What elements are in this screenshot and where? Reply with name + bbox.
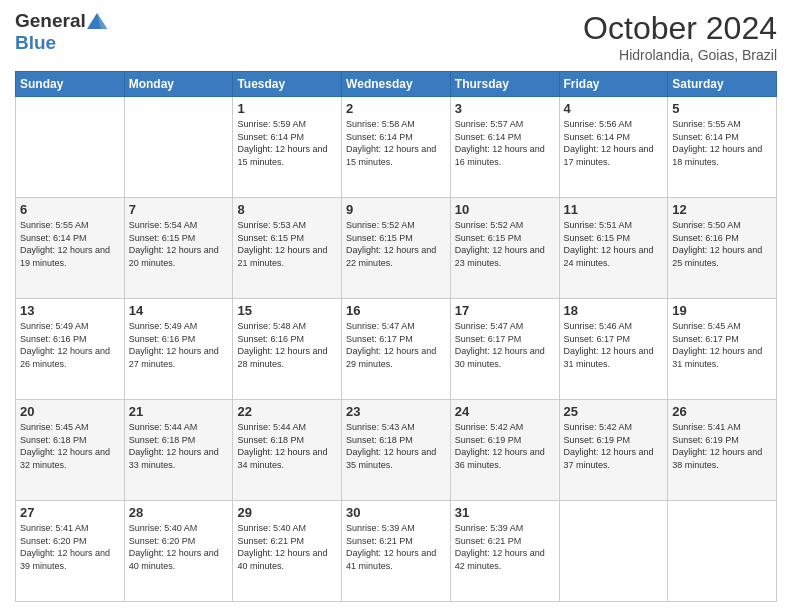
- day-info: Sunrise: 5:50 AM Sunset: 6:16 PM Dayligh…: [672, 219, 772, 269]
- day-number: 30: [346, 505, 446, 520]
- day-number: 7: [129, 202, 229, 217]
- calendar-cell: 4Sunrise: 5:56 AM Sunset: 6:14 PM Daylig…: [559, 97, 668, 198]
- page: General Blue October 2024 Hidrolandia, G…: [0, 0, 792, 612]
- week-row-1: 6Sunrise: 5:55 AM Sunset: 6:14 PM Daylig…: [16, 198, 777, 299]
- logo-bird-icon: [87, 13, 107, 29]
- day-info: Sunrise: 5:52 AM Sunset: 6:15 PM Dayligh…: [455, 219, 555, 269]
- day-info: Sunrise: 5:41 AM Sunset: 6:19 PM Dayligh…: [672, 421, 772, 471]
- day-info: Sunrise: 5:54 AM Sunset: 6:15 PM Dayligh…: [129, 219, 229, 269]
- day-info: Sunrise: 5:49 AM Sunset: 6:16 PM Dayligh…: [129, 320, 229, 370]
- day-number: 4: [564, 101, 664, 116]
- calendar-cell: [16, 97, 125, 198]
- month-title: October 2024: [583, 10, 777, 47]
- calendar-cell: [124, 97, 233, 198]
- day-number: 28: [129, 505, 229, 520]
- day-info: Sunrise: 5:53 AM Sunset: 6:15 PM Dayligh…: [237, 219, 337, 269]
- logo-line1: General: [15, 10, 107, 32]
- day-info: Sunrise: 5:58 AM Sunset: 6:14 PM Dayligh…: [346, 118, 446, 168]
- week-row-0: 1Sunrise: 5:59 AM Sunset: 6:14 PM Daylig…: [16, 97, 777, 198]
- calendar-cell: 5Sunrise: 5:55 AM Sunset: 6:14 PM Daylig…: [668, 97, 777, 198]
- calendar-cell: 19Sunrise: 5:45 AM Sunset: 6:17 PM Dayli…: [668, 299, 777, 400]
- calendar-cell: 15Sunrise: 5:48 AM Sunset: 6:16 PM Dayli…: [233, 299, 342, 400]
- day-number: 1: [237, 101, 337, 116]
- day-info: Sunrise: 5:43 AM Sunset: 6:18 PM Dayligh…: [346, 421, 446, 471]
- day-header-monday: Monday: [124, 72, 233, 97]
- day-number: 22: [237, 404, 337, 419]
- week-row-4: 27Sunrise: 5:41 AM Sunset: 6:20 PM Dayli…: [16, 501, 777, 602]
- day-info: Sunrise: 5:55 AM Sunset: 6:14 PM Dayligh…: [20, 219, 120, 269]
- day-info: Sunrise: 5:42 AM Sunset: 6:19 PM Dayligh…: [564, 421, 664, 471]
- calendar-header: SundayMondayTuesdayWednesdayThursdayFrid…: [16, 72, 777, 97]
- calendar-cell: 3Sunrise: 5:57 AM Sunset: 6:14 PM Daylig…: [450, 97, 559, 198]
- day-info: Sunrise: 5:51 AM Sunset: 6:15 PM Dayligh…: [564, 219, 664, 269]
- calendar-cell: 29Sunrise: 5:40 AM Sunset: 6:21 PM Dayli…: [233, 501, 342, 602]
- calendar-cell: 1Sunrise: 5:59 AM Sunset: 6:14 PM Daylig…: [233, 97, 342, 198]
- calendar-cell: 27Sunrise: 5:41 AM Sunset: 6:20 PM Dayli…: [16, 501, 125, 602]
- calendar-cell: 2Sunrise: 5:58 AM Sunset: 6:14 PM Daylig…: [342, 97, 451, 198]
- title-area: October 2024 Hidrolandia, Goias, Brazil: [583, 10, 777, 63]
- logo-line2: Blue: [15, 32, 56, 54]
- day-header-saturday: Saturday: [668, 72, 777, 97]
- day-number: 10: [455, 202, 555, 217]
- day-header-sunday: Sunday: [16, 72, 125, 97]
- calendar-cell: [559, 501, 668, 602]
- day-number: 11: [564, 202, 664, 217]
- calendar-body: 1Sunrise: 5:59 AM Sunset: 6:14 PM Daylig…: [16, 97, 777, 602]
- day-number: 23: [346, 404, 446, 419]
- calendar-cell: [668, 501, 777, 602]
- day-info: Sunrise: 5:42 AM Sunset: 6:19 PM Dayligh…: [455, 421, 555, 471]
- week-row-3: 20Sunrise: 5:45 AM Sunset: 6:18 PM Dayli…: [16, 400, 777, 501]
- day-info: Sunrise: 5:44 AM Sunset: 6:18 PM Dayligh…: [129, 421, 229, 471]
- calendar-cell: 7Sunrise: 5:54 AM Sunset: 6:15 PM Daylig…: [124, 198, 233, 299]
- day-number: 15: [237, 303, 337, 318]
- calendar-cell: 28Sunrise: 5:40 AM Sunset: 6:20 PM Dayli…: [124, 501, 233, 602]
- calendar-cell: 22Sunrise: 5:44 AM Sunset: 6:18 PM Dayli…: [233, 400, 342, 501]
- day-info: Sunrise: 5:45 AM Sunset: 6:18 PM Dayligh…: [20, 421, 120, 471]
- day-info: Sunrise: 5:55 AM Sunset: 6:14 PM Dayligh…: [672, 118, 772, 168]
- calendar-cell: 31Sunrise: 5:39 AM Sunset: 6:21 PM Dayli…: [450, 501, 559, 602]
- day-info: Sunrise: 5:49 AM Sunset: 6:16 PM Dayligh…: [20, 320, 120, 370]
- day-info: Sunrise: 5:39 AM Sunset: 6:21 PM Dayligh…: [346, 522, 446, 572]
- calendar-cell: 11Sunrise: 5:51 AM Sunset: 6:15 PM Dayli…: [559, 198, 668, 299]
- calendar-cell: 23Sunrise: 5:43 AM Sunset: 6:18 PM Dayli…: [342, 400, 451, 501]
- day-info: Sunrise: 5:40 AM Sunset: 6:20 PM Dayligh…: [129, 522, 229, 572]
- day-info: Sunrise: 5:57 AM Sunset: 6:14 PM Dayligh…: [455, 118, 555, 168]
- logo-blue-text: Blue: [15, 32, 56, 54]
- logo: General Blue: [15, 10, 107, 54]
- day-number: 13: [20, 303, 120, 318]
- day-number: 19: [672, 303, 772, 318]
- day-number: 6: [20, 202, 120, 217]
- day-info: Sunrise: 5:40 AM Sunset: 6:21 PM Dayligh…: [237, 522, 337, 572]
- day-number: 3: [455, 101, 555, 116]
- calendar-cell: 21Sunrise: 5:44 AM Sunset: 6:18 PM Dayli…: [124, 400, 233, 501]
- calendar-cell: 9Sunrise: 5:52 AM Sunset: 6:15 PM Daylig…: [342, 198, 451, 299]
- day-number: 18: [564, 303, 664, 318]
- day-info: Sunrise: 5:47 AM Sunset: 6:17 PM Dayligh…: [455, 320, 555, 370]
- day-number: 16: [346, 303, 446, 318]
- day-number: 8: [237, 202, 337, 217]
- day-number: 31: [455, 505, 555, 520]
- calendar-cell: 30Sunrise: 5:39 AM Sunset: 6:21 PM Dayli…: [342, 501, 451, 602]
- day-info: Sunrise: 5:44 AM Sunset: 6:18 PM Dayligh…: [237, 421, 337, 471]
- day-number: 20: [20, 404, 120, 419]
- day-number: 12: [672, 202, 772, 217]
- location: Hidrolandia, Goias, Brazil: [583, 47, 777, 63]
- day-info: Sunrise: 5:56 AM Sunset: 6:14 PM Dayligh…: [564, 118, 664, 168]
- day-header-friday: Friday: [559, 72, 668, 97]
- day-number: 9: [346, 202, 446, 217]
- calendar-cell: 10Sunrise: 5:52 AM Sunset: 6:15 PM Dayli…: [450, 198, 559, 299]
- calendar-cell: 6Sunrise: 5:55 AM Sunset: 6:14 PM Daylig…: [16, 198, 125, 299]
- day-number: 27: [20, 505, 120, 520]
- day-number: 24: [455, 404, 555, 419]
- calendar-cell: 17Sunrise: 5:47 AM Sunset: 6:17 PM Dayli…: [450, 299, 559, 400]
- calendar-cell: 24Sunrise: 5:42 AM Sunset: 6:19 PM Dayli…: [450, 400, 559, 501]
- day-number: 5: [672, 101, 772, 116]
- calendar-cell: 26Sunrise: 5:41 AM Sunset: 6:19 PM Dayli…: [668, 400, 777, 501]
- calendar-cell: 20Sunrise: 5:45 AM Sunset: 6:18 PM Dayli…: [16, 400, 125, 501]
- calendar-cell: 8Sunrise: 5:53 AM Sunset: 6:15 PM Daylig…: [233, 198, 342, 299]
- day-header-thursday: Thursday: [450, 72, 559, 97]
- day-info: Sunrise: 5:46 AM Sunset: 6:17 PM Dayligh…: [564, 320, 664, 370]
- calendar-cell: 18Sunrise: 5:46 AM Sunset: 6:17 PM Dayli…: [559, 299, 668, 400]
- calendar-table: SundayMondayTuesdayWednesdayThursdayFrid…: [15, 71, 777, 602]
- day-info: Sunrise: 5:39 AM Sunset: 6:21 PM Dayligh…: [455, 522, 555, 572]
